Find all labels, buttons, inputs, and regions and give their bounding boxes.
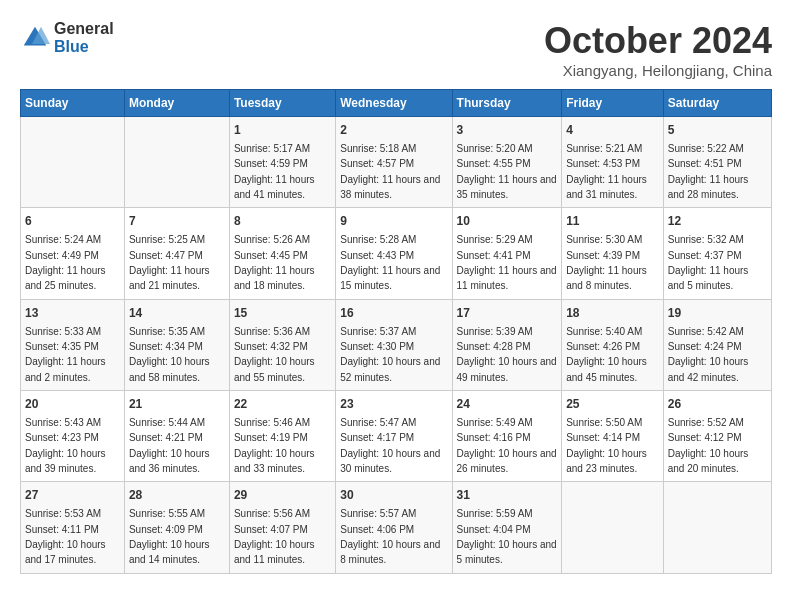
day-number: 19 [668,305,767,322]
day-info: Sunrise: 5:40 AM Sunset: 4:26 PM Dayligh… [566,326,647,383]
calendar-cell: 3Sunrise: 5:20 AM Sunset: 4:55 PM Daylig… [452,117,562,208]
day-number: 17 [457,305,558,322]
day-number: 15 [234,305,331,322]
calendar-cell: 8Sunrise: 5:26 AM Sunset: 4:45 PM Daylig… [229,208,335,299]
day-info: Sunrise: 5:39 AM Sunset: 4:28 PM Dayligh… [457,326,557,383]
day-number: 20 [25,396,120,413]
day-info: Sunrise: 5:22 AM Sunset: 4:51 PM Dayligh… [668,143,749,200]
col-friday: Friday [562,90,664,117]
day-number: 31 [457,487,558,504]
day-number: 22 [234,396,331,413]
day-info: Sunrise: 5:32 AM Sunset: 4:37 PM Dayligh… [668,234,749,291]
title-section: October 2024 Xiangyang, Heilongjiang, Ch… [544,20,772,79]
page-header: General Blue October 2024 Xiangyang, Hei… [20,20,772,79]
calendar-cell: 15Sunrise: 5:36 AM Sunset: 4:32 PM Dayli… [229,299,335,390]
day-number: 8 [234,213,331,230]
calendar-week-1: 1Sunrise: 5:17 AM Sunset: 4:59 PM Daylig… [21,117,772,208]
logo: General Blue [20,20,114,55]
day-info: Sunrise: 5:30 AM Sunset: 4:39 PM Dayligh… [566,234,647,291]
day-info: Sunrise: 5:37 AM Sunset: 4:30 PM Dayligh… [340,326,440,383]
calendar-cell: 17Sunrise: 5:39 AM Sunset: 4:28 PM Dayli… [452,299,562,390]
logo-icon [20,23,50,53]
subtitle: Xiangyang, Heilongjiang, China [544,62,772,79]
calendar-cell: 2Sunrise: 5:18 AM Sunset: 4:57 PM Daylig… [336,117,452,208]
day-number: 14 [129,305,225,322]
day-info: Sunrise: 5:46 AM Sunset: 4:19 PM Dayligh… [234,417,315,474]
day-number: 18 [566,305,659,322]
logo-blue: Blue [54,38,114,56]
logo-general: General [54,20,114,38]
day-info: Sunrise: 5:43 AM Sunset: 4:23 PM Dayligh… [25,417,106,474]
day-number: 28 [129,487,225,504]
day-number: 25 [566,396,659,413]
day-info: Sunrise: 5:17 AM Sunset: 4:59 PM Dayligh… [234,143,315,200]
calendar-week-2: 6Sunrise: 5:24 AM Sunset: 4:49 PM Daylig… [21,208,772,299]
calendar-cell [663,482,771,573]
calendar-week-4: 20Sunrise: 5:43 AM Sunset: 4:23 PM Dayli… [21,391,772,482]
calendar-table: Sunday Monday Tuesday Wednesday Thursday… [20,89,772,574]
calendar-cell [21,117,125,208]
day-info: Sunrise: 5:18 AM Sunset: 4:57 PM Dayligh… [340,143,440,200]
day-number: 27 [25,487,120,504]
col-monday: Monday [124,90,229,117]
day-number: 16 [340,305,447,322]
day-number: 21 [129,396,225,413]
day-info: Sunrise: 5:35 AM Sunset: 4:34 PM Dayligh… [129,326,210,383]
day-number: 5 [668,122,767,139]
calendar-cell: 29Sunrise: 5:56 AM Sunset: 4:07 PM Dayli… [229,482,335,573]
day-number: 26 [668,396,767,413]
day-info: Sunrise: 5:24 AM Sunset: 4:49 PM Dayligh… [25,234,106,291]
calendar-cell: 27Sunrise: 5:53 AM Sunset: 4:11 PM Dayli… [21,482,125,573]
calendar-cell: 21Sunrise: 5:44 AM Sunset: 4:21 PM Dayli… [124,391,229,482]
col-thursday: Thursday [452,90,562,117]
calendar-cell: 6Sunrise: 5:24 AM Sunset: 4:49 PM Daylig… [21,208,125,299]
day-info: Sunrise: 5:52 AM Sunset: 4:12 PM Dayligh… [668,417,749,474]
calendar-cell: 22Sunrise: 5:46 AM Sunset: 4:19 PM Dayli… [229,391,335,482]
calendar-cell: 26Sunrise: 5:52 AM Sunset: 4:12 PM Dayli… [663,391,771,482]
day-info: Sunrise: 5:49 AM Sunset: 4:16 PM Dayligh… [457,417,557,474]
calendar-cell: 25Sunrise: 5:50 AM Sunset: 4:14 PM Dayli… [562,391,664,482]
calendar-cell: 23Sunrise: 5:47 AM Sunset: 4:17 PM Dayli… [336,391,452,482]
calendar-cell: 16Sunrise: 5:37 AM Sunset: 4:30 PM Dayli… [336,299,452,390]
calendar-week-3: 13Sunrise: 5:33 AM Sunset: 4:35 PM Dayli… [21,299,772,390]
col-wednesday: Wednesday [336,90,452,117]
calendar-cell: 10Sunrise: 5:29 AM Sunset: 4:41 PM Dayli… [452,208,562,299]
calendar-cell: 11Sunrise: 5:30 AM Sunset: 4:39 PM Dayli… [562,208,664,299]
day-number: 23 [340,396,447,413]
logo-text: General Blue [54,20,114,55]
main-title: October 2024 [544,20,772,62]
day-info: Sunrise: 5:59 AM Sunset: 4:04 PM Dayligh… [457,508,557,565]
day-number: 3 [457,122,558,139]
day-number: 6 [25,213,120,230]
day-info: Sunrise: 5:21 AM Sunset: 4:53 PM Dayligh… [566,143,647,200]
calendar-cell: 5Sunrise: 5:22 AM Sunset: 4:51 PM Daylig… [663,117,771,208]
calendar-week-5: 27Sunrise: 5:53 AM Sunset: 4:11 PM Dayli… [21,482,772,573]
calendar-cell [562,482,664,573]
calendar-cell: 9Sunrise: 5:28 AM Sunset: 4:43 PM Daylig… [336,208,452,299]
day-number: 29 [234,487,331,504]
day-info: Sunrise: 5:29 AM Sunset: 4:41 PM Dayligh… [457,234,557,291]
calendar-cell: 19Sunrise: 5:42 AM Sunset: 4:24 PM Dayli… [663,299,771,390]
day-number: 2 [340,122,447,139]
day-info: Sunrise: 5:55 AM Sunset: 4:09 PM Dayligh… [129,508,210,565]
calendar-cell: 4Sunrise: 5:21 AM Sunset: 4:53 PM Daylig… [562,117,664,208]
calendar-cell: 24Sunrise: 5:49 AM Sunset: 4:16 PM Dayli… [452,391,562,482]
day-number: 13 [25,305,120,322]
calendar-cell: 14Sunrise: 5:35 AM Sunset: 4:34 PM Dayli… [124,299,229,390]
day-info: Sunrise: 5:53 AM Sunset: 4:11 PM Dayligh… [25,508,106,565]
day-number: 12 [668,213,767,230]
day-info: Sunrise: 5:20 AM Sunset: 4:55 PM Dayligh… [457,143,557,200]
day-number: 24 [457,396,558,413]
col-saturday: Saturday [663,90,771,117]
day-number: 10 [457,213,558,230]
day-info: Sunrise: 5:44 AM Sunset: 4:21 PM Dayligh… [129,417,210,474]
day-info: Sunrise: 5:25 AM Sunset: 4:47 PM Dayligh… [129,234,210,291]
header-row: Sunday Monday Tuesday Wednesday Thursday… [21,90,772,117]
day-info: Sunrise: 5:33 AM Sunset: 4:35 PM Dayligh… [25,326,106,383]
day-number: 11 [566,213,659,230]
day-number: 30 [340,487,447,504]
calendar-cell: 20Sunrise: 5:43 AM Sunset: 4:23 PM Dayli… [21,391,125,482]
col-sunday: Sunday [21,90,125,117]
day-number: 7 [129,213,225,230]
day-info: Sunrise: 5:56 AM Sunset: 4:07 PM Dayligh… [234,508,315,565]
